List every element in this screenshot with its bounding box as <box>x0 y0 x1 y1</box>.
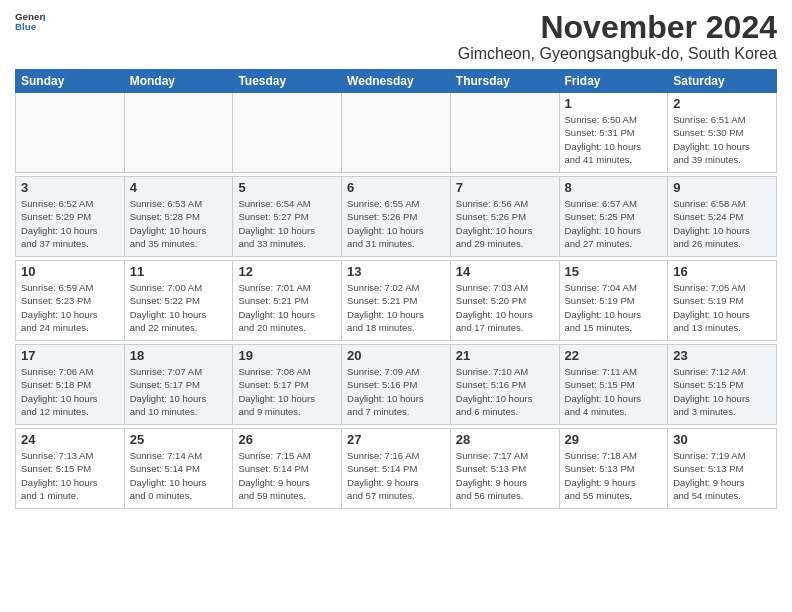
calendar-week-5: 24Sunrise: 7:13 AM Sunset: 5:15 PM Dayli… <box>16 429 777 509</box>
day-number: 25 <box>130 432 228 447</box>
calendar-cell <box>124 93 233 173</box>
day-number: 4 <box>130 180 228 195</box>
day-number: 3 <box>21 180 119 195</box>
col-header-monday: Monday <box>124 70 233 93</box>
day-number: 16 <box>673 264 771 279</box>
page-container: General Blue November 2024 Gimcheon, Gye… <box>0 0 792 514</box>
day-info: Sunrise: 7:19 AM Sunset: 5:13 PM Dayligh… <box>673 449 771 502</box>
day-number: 29 <box>565 432 663 447</box>
col-header-tuesday: Tuesday <box>233 70 342 93</box>
day-info: Sunrise: 6:51 AM Sunset: 5:30 PM Dayligh… <box>673 113 771 166</box>
calendar-cell: 29Sunrise: 7:18 AM Sunset: 5:13 PM Dayli… <box>559 429 668 509</box>
day-info: Sunrise: 7:09 AM Sunset: 5:16 PM Dayligh… <box>347 365 445 418</box>
calendar-cell: 2Sunrise: 6:51 AM Sunset: 5:30 PM Daylig… <box>668 93 777 173</box>
day-number: 27 <box>347 432 445 447</box>
day-info: Sunrise: 7:16 AM Sunset: 5:14 PM Dayligh… <box>347 449 445 502</box>
calendar-header-row: SundayMondayTuesdayWednesdayThursdayFrid… <box>16 70 777 93</box>
day-info: Sunrise: 6:56 AM Sunset: 5:26 PM Dayligh… <box>456 197 554 250</box>
day-number: 9 <box>673 180 771 195</box>
day-info: Sunrise: 7:11 AM Sunset: 5:15 PM Dayligh… <box>565 365 663 418</box>
calendar-cell: 12Sunrise: 7:01 AM Sunset: 5:21 PM Dayli… <box>233 261 342 341</box>
svg-text:Blue: Blue <box>15 21 37 32</box>
day-number: 15 <box>565 264 663 279</box>
logo: General Blue <box>15 10 45 32</box>
day-number: 26 <box>238 432 336 447</box>
day-number: 24 <box>21 432 119 447</box>
day-number: 10 <box>21 264 119 279</box>
day-number: 23 <box>673 348 771 363</box>
calendar-cell: 16Sunrise: 7:05 AM Sunset: 5:19 PM Dayli… <box>668 261 777 341</box>
day-info: Sunrise: 6:57 AM Sunset: 5:25 PM Dayligh… <box>565 197 663 250</box>
day-number: 2 <box>673 96 771 111</box>
logo-icon: General Blue <box>15 10 45 32</box>
calendar-cell: 14Sunrise: 7:03 AM Sunset: 5:20 PM Dayli… <box>450 261 559 341</box>
col-header-friday: Friday <box>559 70 668 93</box>
calendar-cell: 21Sunrise: 7:10 AM Sunset: 5:16 PM Dayli… <box>450 345 559 425</box>
day-number: 8 <box>565 180 663 195</box>
calendar-cell <box>233 93 342 173</box>
calendar-cell: 20Sunrise: 7:09 AM Sunset: 5:16 PM Dayli… <box>342 345 451 425</box>
day-info: Sunrise: 7:17 AM Sunset: 5:13 PM Dayligh… <box>456 449 554 502</box>
calendar-cell: 27Sunrise: 7:16 AM Sunset: 5:14 PM Dayli… <box>342 429 451 509</box>
day-info: Sunrise: 6:59 AM Sunset: 5:23 PM Dayligh… <box>21 281 119 334</box>
calendar-cell: 30Sunrise: 7:19 AM Sunset: 5:13 PM Dayli… <box>668 429 777 509</box>
calendar-cell: 5Sunrise: 6:54 AM Sunset: 5:27 PM Daylig… <box>233 177 342 257</box>
subtitle: Gimcheon, Gyeongsangbuk-do, South Korea <box>458 45 777 63</box>
col-header-wednesday: Wednesday <box>342 70 451 93</box>
day-info: Sunrise: 6:53 AM Sunset: 5:28 PM Dayligh… <box>130 197 228 250</box>
calendar-cell: 8Sunrise: 6:57 AM Sunset: 5:25 PM Daylig… <box>559 177 668 257</box>
day-info: Sunrise: 6:52 AM Sunset: 5:29 PM Dayligh… <box>21 197 119 250</box>
day-number: 20 <box>347 348 445 363</box>
calendar-cell: 22Sunrise: 7:11 AM Sunset: 5:15 PM Dayli… <box>559 345 668 425</box>
day-info: Sunrise: 7:04 AM Sunset: 5:19 PM Dayligh… <box>565 281 663 334</box>
day-info: Sunrise: 6:50 AM Sunset: 5:31 PM Dayligh… <box>565 113 663 166</box>
day-info: Sunrise: 7:14 AM Sunset: 5:14 PM Dayligh… <box>130 449 228 502</box>
col-header-sunday: Sunday <box>16 70 125 93</box>
day-number: 17 <box>21 348 119 363</box>
header: General Blue November 2024 Gimcheon, Gye… <box>15 10 777 63</box>
calendar-week-4: 17Sunrise: 7:06 AM Sunset: 5:18 PM Dayli… <box>16 345 777 425</box>
calendar-cell: 18Sunrise: 7:07 AM Sunset: 5:17 PM Dayli… <box>124 345 233 425</box>
day-number: 5 <box>238 180 336 195</box>
day-number: 28 <box>456 432 554 447</box>
calendar-cell: 9Sunrise: 6:58 AM Sunset: 5:24 PM Daylig… <box>668 177 777 257</box>
title-section: November 2024 Gimcheon, Gyeongsangbuk-do… <box>458 10 777 63</box>
calendar-week-1: 1Sunrise: 6:50 AM Sunset: 5:31 PM Daylig… <box>16 93 777 173</box>
day-info: Sunrise: 7:13 AM Sunset: 5:15 PM Dayligh… <box>21 449 119 502</box>
day-number: 22 <box>565 348 663 363</box>
calendar-cell: 13Sunrise: 7:02 AM Sunset: 5:21 PM Dayli… <box>342 261 451 341</box>
day-info: Sunrise: 7:10 AM Sunset: 5:16 PM Dayligh… <box>456 365 554 418</box>
calendar-cell: 1Sunrise: 6:50 AM Sunset: 5:31 PM Daylig… <box>559 93 668 173</box>
calendar-table: SundayMondayTuesdayWednesdayThursdayFrid… <box>15 69 777 509</box>
day-number: 21 <box>456 348 554 363</box>
calendar-cell: 10Sunrise: 6:59 AM Sunset: 5:23 PM Dayli… <box>16 261 125 341</box>
calendar-cell: 4Sunrise: 6:53 AM Sunset: 5:28 PM Daylig… <box>124 177 233 257</box>
calendar-cell: 19Sunrise: 7:08 AM Sunset: 5:17 PM Dayli… <box>233 345 342 425</box>
col-header-saturday: Saturday <box>668 70 777 93</box>
calendar-cell: 26Sunrise: 7:15 AM Sunset: 5:14 PM Dayli… <box>233 429 342 509</box>
calendar-week-3: 10Sunrise: 6:59 AM Sunset: 5:23 PM Dayli… <box>16 261 777 341</box>
calendar-cell: 25Sunrise: 7:14 AM Sunset: 5:14 PM Dayli… <box>124 429 233 509</box>
day-number: 1 <box>565 96 663 111</box>
calendar-cell: 15Sunrise: 7:04 AM Sunset: 5:19 PM Dayli… <box>559 261 668 341</box>
calendar-cell: 23Sunrise: 7:12 AM Sunset: 5:15 PM Dayli… <box>668 345 777 425</box>
calendar-week-2: 3Sunrise: 6:52 AM Sunset: 5:29 PM Daylig… <box>16 177 777 257</box>
col-header-thursday: Thursday <box>450 70 559 93</box>
calendar-cell <box>342 93 451 173</box>
calendar-cell: 17Sunrise: 7:06 AM Sunset: 5:18 PM Dayli… <box>16 345 125 425</box>
day-info: Sunrise: 7:08 AM Sunset: 5:17 PM Dayligh… <box>238 365 336 418</box>
calendar-cell: 24Sunrise: 7:13 AM Sunset: 5:15 PM Dayli… <box>16 429 125 509</box>
day-info: Sunrise: 7:05 AM Sunset: 5:19 PM Dayligh… <box>673 281 771 334</box>
day-number: 13 <box>347 264 445 279</box>
calendar-cell <box>450 93 559 173</box>
day-info: Sunrise: 7:12 AM Sunset: 5:15 PM Dayligh… <box>673 365 771 418</box>
day-number: 19 <box>238 348 336 363</box>
day-number: 6 <box>347 180 445 195</box>
day-info: Sunrise: 7:01 AM Sunset: 5:21 PM Dayligh… <box>238 281 336 334</box>
day-info: Sunrise: 7:00 AM Sunset: 5:22 PM Dayligh… <box>130 281 228 334</box>
calendar-cell: 28Sunrise: 7:17 AM Sunset: 5:13 PM Dayli… <box>450 429 559 509</box>
day-info: Sunrise: 7:07 AM Sunset: 5:17 PM Dayligh… <box>130 365 228 418</box>
day-info: Sunrise: 7:03 AM Sunset: 5:20 PM Dayligh… <box>456 281 554 334</box>
calendar-cell <box>16 93 125 173</box>
month-title: November 2024 <box>458 10 777 45</box>
